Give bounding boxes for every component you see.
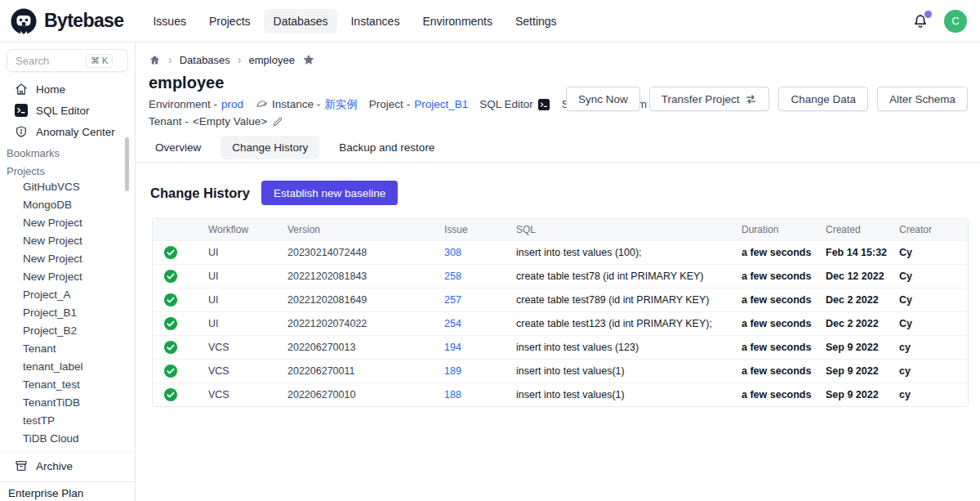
table-row[interactable]: VCS 202206270010 188 insert into test va… xyxy=(153,382,968,406)
nav-item-instances[interactable]: Instances xyxy=(341,9,409,34)
nav-item-databases[interactable]: Databases xyxy=(264,9,338,34)
change-history-table: Workflow Version Issue SQL Duration Crea… xyxy=(152,218,969,407)
col-issue: Issue xyxy=(444,224,516,235)
success-check-icon xyxy=(153,293,208,307)
col-duration: Duration xyxy=(742,224,826,235)
bytebase-logo-icon xyxy=(10,7,38,35)
user-avatar[interactable]: C xyxy=(944,10,967,33)
sidebar-item-sql-editor[interactable]: SQL Editor xyxy=(0,100,135,121)
search-input[interactable] xyxy=(16,55,86,67)
home-icon xyxy=(15,83,28,96)
environment-link[interactable]: prod xyxy=(221,98,243,110)
table-header-row: Workflow Version Issue SQL Duration Crea… xyxy=(153,219,968,240)
project-link[interactable]: Project_B1 xyxy=(414,98,468,110)
bytebase-logo[interactable]: Bytebase xyxy=(10,7,123,35)
table-row[interactable]: VCS 202206270011 189 insert into test va… xyxy=(153,359,968,382)
sidebar-project-new-project-1[interactable]: New Project xyxy=(0,214,135,232)
success-check-icon xyxy=(153,340,208,355)
issue-link[interactable]: 188 xyxy=(444,389,516,400)
sidebar-project-tidb-cloud[interactable]: TiDB Cloud xyxy=(0,430,135,448)
project-label: Project - xyxy=(369,98,410,110)
avatar-initial: C xyxy=(951,15,959,27)
tab-divider xyxy=(136,162,980,163)
tab-change-history[interactable]: Change History xyxy=(220,136,319,159)
db-engine-icon xyxy=(255,98,268,111)
sidebar-project-tenant[interactable]: Tenant xyxy=(0,340,135,358)
change-data-button[interactable]: Change Data xyxy=(778,87,868,111)
sidebar-scrollbar[interactable] xyxy=(125,137,129,191)
sidebar-project-tenanttidb[interactable]: TenantTiDB xyxy=(0,394,135,412)
sidebar-item-label: Home xyxy=(36,83,65,96)
sidebar-item-label: SQL Editor xyxy=(36,105,90,117)
success-check-icon xyxy=(153,269,208,284)
nav-item-projects[interactable]: Projects xyxy=(199,9,261,34)
sidebar-project-tenant-label[interactable]: tenant_label xyxy=(0,358,135,376)
instance-label: Instance - xyxy=(272,98,320,110)
nav-item-environments[interactable]: Environments xyxy=(412,9,502,34)
sql-editor-shortcut[interactable]: SQL Editor xyxy=(479,98,550,111)
table-row[interactable]: UI 20230214072448 308 insert into test v… xyxy=(153,240,968,264)
success-check-icon xyxy=(153,364,208,378)
sidebar-item-home[interactable]: Home xyxy=(0,78,135,100)
sidebar-item-label: Anomaly Center xyxy=(36,126,115,138)
search-box[interactable]: ⌘ K xyxy=(7,49,128,72)
establish-baseline-button[interactable]: Establish new baseline xyxy=(261,181,398,205)
sidebar-project-githubvcs[interactable]: GitHubVCS xyxy=(0,178,135,196)
tab-overview[interactable]: Overview xyxy=(144,136,212,159)
breadcrumb-home-icon[interactable] xyxy=(149,54,161,66)
alter-schema-button[interactable]: Alter Schema xyxy=(877,87,968,111)
success-check-icon xyxy=(153,316,208,331)
sidebar-project-new-project-3[interactable]: New Project xyxy=(0,250,135,268)
sidebar-project-project-a[interactable]: Project_A xyxy=(0,286,135,304)
sidebar-project-mongodb[interactable]: MongoDB xyxy=(0,196,135,214)
breadcrumb-item-employee: employee xyxy=(249,54,295,66)
projects-section-label: Projects xyxy=(0,160,135,178)
breadcrumb: › Databases › employee xyxy=(136,42,980,66)
table-row[interactable]: VCS 202206270013 194 insert into test va… xyxy=(153,335,968,359)
nav-item-issues[interactable]: Issues xyxy=(143,9,195,34)
sidebar-project-project-b1[interactable]: Project_B1 xyxy=(0,304,135,322)
sidebar-project-new-project-2[interactable]: New Project xyxy=(0,232,135,250)
issue-link[interactable]: 257 xyxy=(444,294,516,306)
edit-pencil-icon[interactable] xyxy=(271,115,284,128)
sync-now-button[interactable]: Sync Now xyxy=(566,87,640,111)
nav-item-settings[interactable]: Settings xyxy=(506,9,567,34)
action-buttons: Sync Now Transfer Project Change Data Al… xyxy=(566,87,968,111)
tab-bar: Overview Change History Backup and resto… xyxy=(144,136,980,159)
sidebar-item-anomaly-center[interactable]: Anomaly Center xyxy=(0,121,135,142)
sidebar: ⌘ K Home SQL Editor Anomaly Center Bookm… xyxy=(0,42,136,501)
sidebar-item-label: Archive xyxy=(36,460,73,472)
table-row[interactable]: UI 20221202081649 257 create table test7… xyxy=(153,288,968,311)
col-sql: SQL xyxy=(516,224,742,235)
instance-link[interactable]: 新实例 xyxy=(324,97,358,112)
notifications-button[interactable] xyxy=(911,12,929,30)
bookmarks-section-label: Bookmarks xyxy=(0,142,135,160)
col-created: Created xyxy=(826,224,899,235)
issue-link[interactable]: 258 xyxy=(444,271,516,282)
success-check-icon xyxy=(153,387,208,402)
sidebar-project-testtp[interactable]: testTP xyxy=(0,412,135,430)
table-row[interactable]: UI 20221202081843 258 create table test7… xyxy=(153,264,968,288)
sidebar-project-project-b2[interactable]: Project_B2 xyxy=(0,322,135,340)
col-creator: Creator xyxy=(899,224,968,235)
breadcrumb-item-databases[interactable]: Databases xyxy=(180,54,230,66)
issue-link[interactable]: 254 xyxy=(444,318,516,329)
issue-link[interactable]: 189 xyxy=(444,365,516,377)
brand-name: Bytebase xyxy=(44,10,123,32)
issue-link[interactable]: 194 xyxy=(444,342,516,353)
archive-icon xyxy=(15,459,28,472)
breadcrumb-separator: › xyxy=(168,53,172,66)
sidebar-item-archive[interactable]: Archive xyxy=(0,455,135,476)
tab-backup-and-restore[interactable]: Backup and restore xyxy=(327,136,446,159)
tenant-label: Tenant - xyxy=(149,115,189,127)
bookmark-star-icon[interactable] xyxy=(302,53,315,66)
transfer-project-button[interactable]: Transfer Project xyxy=(649,87,770,111)
sidebar-project-tenant-test[interactable]: Tenant_test xyxy=(0,376,135,394)
sidebar-project-new-project-4[interactable]: New Project xyxy=(0,268,135,286)
plan-badge[interactable]: Enterprise Plan xyxy=(0,481,135,501)
notification-dot xyxy=(924,11,932,18)
search-shortcut-kbd: ⌘ K xyxy=(86,54,113,68)
issue-link[interactable]: 308 xyxy=(444,247,516,258)
terminal-icon xyxy=(537,98,550,111)
table-row[interactable]: UI 20221202074022 254 create table test1… xyxy=(153,311,968,335)
